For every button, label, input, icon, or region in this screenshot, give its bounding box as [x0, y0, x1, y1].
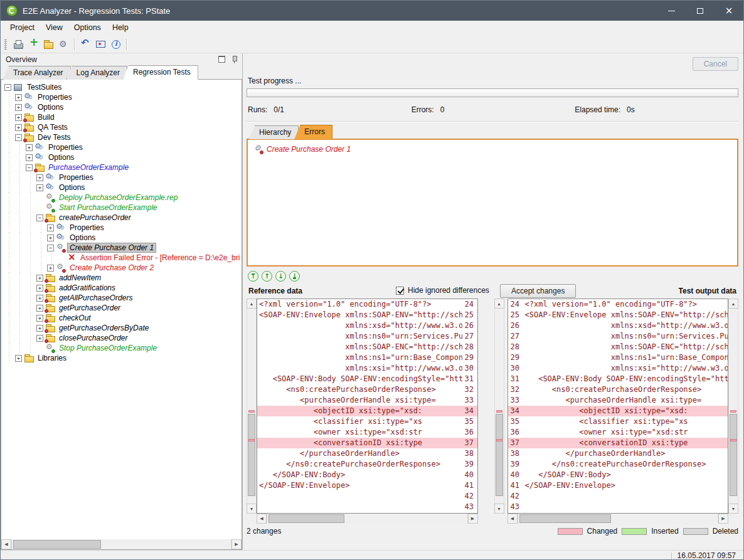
expand-box[interactable]: +	[15, 114, 22, 121]
tree-item-createpurchaseorder[interactable]: −createPurchaseOrder	[1, 213, 242, 223]
overview-tab-log-analyzer[interactable]: Log Analyzer	[66, 66, 127, 80]
scroll-down-arrow[interactable]: ▼	[247, 504, 257, 514]
scroll-left-arrow[interactable]: ◀	[1, 539, 11, 549]
expand-box[interactable]: +	[36, 325, 43, 332]
last-change-button[interactable]: ↓	[289, 271, 300, 282]
expand-box[interactable]: +	[36, 335, 43, 342]
expand-box[interactable]: +	[15, 124, 22, 131]
tree-item-getpurchaseorder[interactable]: +getPurchaseOrder	[1, 303, 242, 313]
expand-box[interactable]: +	[36, 305, 43, 312]
scroll-left-arrow[interactable]: ◀	[508, 514, 518, 524]
expand-box[interactable]: +	[15, 94, 22, 101]
cancel-button[interactable]: Cancel	[693, 57, 738, 71]
menu-project[interactable]: Project	[4, 21, 40, 36]
menu-options[interactable]: Options	[68, 21, 107, 36]
tree-item-checkout[interactable]: +checkOut	[1, 313, 242, 323]
minimize-button[interactable]	[657, 1, 686, 21]
results-tab-hierarchy[interactable]: Hierarchy	[249, 125, 299, 139]
accept-changes-button[interactable]: Accept changes	[500, 284, 576, 298]
tree-item-options[interactable]: +Options	[1, 233, 242, 243]
tree-item-build[interactable]: +Build	[1, 112, 242, 122]
tree-item-getpurchaseordersbydate[interactable]: +getPurchaseOrdersByDate	[1, 323, 242, 333]
expand-box[interactable]: +	[36, 315, 43, 322]
scroll-right-arrow[interactable]: ▶	[718, 514, 728, 524]
tree-item-start-purchaseorderexample[interactable]: Start PurchaseOrderExample	[1, 203, 242, 213]
expand-box[interactable]: +	[47, 265, 54, 272]
add-button[interactable]	[26, 38, 41, 51]
center-vertical-scrollbar[interactable]: ▲ ▼	[494, 298, 504, 514]
scroll-thumb[interactable]	[248, 414, 255, 496]
expand-box[interactable]: +	[36, 295, 43, 302]
output-vertical-scrollbar[interactable]: ▲ ▼	[728, 298, 738, 514]
scroll-thumb[interactable]	[268, 514, 344, 523]
scroll-down-arrow[interactable]: ▼	[728, 504, 738, 514]
collapse-box[interactable]: −	[4, 84, 11, 91]
first-change-button[interactable]: ↑	[248, 271, 258, 282]
scroll-up-arrow[interactable]: ▲	[728, 298, 738, 309]
scroll-up-arrow[interactable]: ▲	[494, 298, 504, 309]
scroll-track[interactable]	[11, 539, 231, 549]
error-list-item[interactable]: Create Purchase Order 1	[253, 144, 731, 154]
scroll-track[interactable]	[247, 309, 257, 504]
tree-item-deploy-purchaseorderexample-rep[interactable]: Deploy PurchaseOrderExample.rep	[1, 193, 242, 203]
reference-horizontal-scrollbar[interactable]: ◀ ▶	[257, 514, 478, 524]
tree-item-properties[interactable]: +Properties	[1, 223, 242, 233]
collapse-box[interactable]: −	[36, 214, 43, 221]
expand-box[interactable]: +	[15, 104, 22, 111]
gear-button[interactable]	[56, 38, 71, 51]
toolbar-grip[interactable]	[4, 39, 7, 50]
menu-help[interactable]: Help	[107, 21, 134, 36]
scroll-right-arrow[interactable]: ▶	[231, 539, 242, 549]
scroll-down-arrow[interactable]: ▼	[494, 504, 504, 514]
scroll-right-arrow[interactable]: ▶	[468, 514, 478, 524]
menu-view[interactable]: View	[40, 21, 68, 36]
expand-box[interactable]: +	[47, 235, 54, 241]
tree-item-closepurchaseorder[interactable]: +closePurchaseOrder	[1, 333, 242, 343]
scroll-track[interactable]	[494, 309, 504, 504]
expand-box[interactable]: +	[36, 184, 43, 191]
monitor-button[interactable]	[93, 38, 108, 51]
open-folder-button[interactable]	[41, 38, 56, 51]
pin-panel-icon[interactable]	[230, 55, 239, 64]
expand-box[interactable]: +	[15, 355, 22, 362]
reference-vertical-scrollbar[interactable]: ▲ ▼	[247, 298, 257, 514]
maximize-button[interactable]	[686, 1, 715, 21]
next-change-button[interactable]: ↓	[275, 271, 286, 282]
scroll-thumb[interactable]	[496, 414, 503, 496]
expand-box[interactable]: +	[26, 154, 33, 161]
scroll-left-arrow[interactable]: ◀	[257, 514, 267, 524]
overview-tab-trace-analyzer[interactable]: Trace Analyzer	[3, 66, 71, 80]
previous-change-button[interactable]: ↑	[262, 271, 272, 282]
expand-box[interactable]: +	[36, 285, 43, 292]
hide-ignored-checkbox[interactable]	[396, 287, 404, 295]
scroll-thumb[interactable]	[13, 540, 101, 549]
tree-item-create-purchase-order-1[interactable]: −Create Purchase Order 1	[1, 243, 242, 253]
tree-item-stop-purchaseorderexample[interactable]: Stop PurchaseOrderExample	[1, 343, 242, 353]
overview-tab-regression-tests[interactable]: Regression Tests	[123, 65, 198, 80]
close-button[interactable]: ×	[715, 1, 743, 21]
tree-item-getallpurchaseorders[interactable]: +getAllPurchaseOrders	[1, 293, 242, 303]
scroll-up-arrow[interactable]: ▲	[247, 298, 257, 309]
tree-item-qa-tests[interactable]: +QA Tests	[1, 122, 242, 132]
output-horizontal-scrollbar[interactable]: ◀ ▶	[508, 514, 729, 524]
printer-button[interactable]	[11, 38, 26, 51]
collapse-box[interactable]: −	[47, 245, 54, 251]
tree-item-create-purchase-order-2[interactable]: +Create Purchase Order 2	[1, 263, 242, 273]
tree-item-testsuites[interactable]: −TestSuites	[1, 82, 242, 92]
float-panel-icon[interactable]	[217, 55, 226, 64]
scroll-track[interactable]	[518, 514, 719, 524]
undo-button[interactable]	[78, 38, 93, 51]
tree-item-options[interactable]: +Options	[1, 182, 242, 193]
tree-item-addnewitem[interactable]: +addNewItem	[1, 273, 242, 283]
tree-item-assertion-failed-error-reference-d-e2e-bri[interactable]: Assertion Failed Error - [Reference = D:…	[1, 253, 242, 263]
tree-item-properties[interactable]: +Properties	[1, 172, 242, 182]
tree-item-purchaseorderexample[interactable]: −PurchaseOrderExample	[1, 162, 242, 172]
info-button[interactable]	[108, 38, 123, 51]
tree-item-dev-tests[interactable]: −Dev Tests	[1, 132, 242, 142]
scroll-track[interactable]	[728, 309, 738, 504]
expand-box[interactable]: +	[36, 275, 43, 282]
tree-item-libraries[interactable]: +Libraries	[1, 353, 242, 363]
tree-item-addgratifications[interactable]: +addGratifications	[1, 283, 242, 293]
tree-item-properties[interactable]: +Properties	[1, 92, 242, 102]
results-tab-errors[interactable]: Errors	[294, 125, 332, 139]
